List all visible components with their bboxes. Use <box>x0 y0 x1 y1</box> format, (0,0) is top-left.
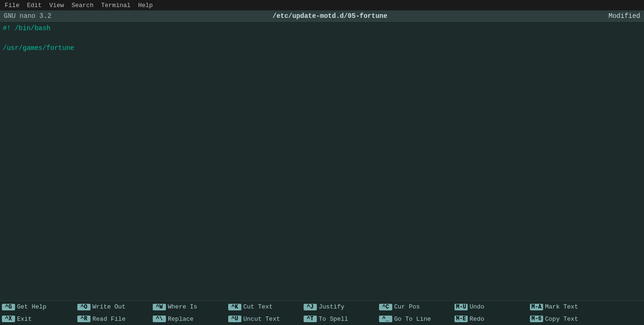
modified-status: Modified <box>609 12 640 20</box>
shortcut-key-get-help: ^G <box>2 304 15 310</box>
shortcut-key-justify: ^J <box>304 304 317 310</box>
shortcut-label-redo: Redo <box>470 316 484 323</box>
editor-line-1: #! /bin/bash <box>3 24 641 33</box>
shortcut-label-where-is: Where Is <box>168 303 197 310</box>
shortcut-key-exit: ^X <box>2 316 15 322</box>
editor-line-2 <box>3 33 641 43</box>
shortcut-exit[interactable]: ^X Exit <box>0 315 75 324</box>
title-bar: GNU nano 3.2 /etc/update-motd.d/05-fortu… <box>0 10 644 22</box>
shortcut-label-undo: Undo <box>470 303 484 310</box>
shortcut-redo[interactable]: M-E Redo <box>453 315 528 324</box>
shortcut-key-redo: M-E <box>454 316 468 322</box>
shortcut-label-go-to-line: Go To Line <box>394 316 431 323</box>
shortcut-uncut-text[interactable]: ^U Uncut Text <box>226 315 302 324</box>
editor-area[interactable]: #! /bin/bash /usr/games/fortune <box>0 22 644 301</box>
shortcut-key-write-out: ^O <box>77 304 91 310</box>
shortcuts-row-1: ^G Get Help ^O Write Out ^W Where Is ^K … <box>0 301 644 313</box>
menu-help[interactable]: Help <box>135 1 156 9</box>
shortcut-key-mark-text: M-A <box>530 304 543 310</box>
menu-file[interactable]: File <box>2 1 22 9</box>
shortcuts-row-2: ^X Exit ^R Read File ^\ Replace ^U Uncut… <box>0 313 644 325</box>
file-path: /etc/update-motd.d/05-fortune <box>272 12 388 20</box>
shortcut-undo[interactable]: M-U Undo <box>453 302 528 311</box>
menu-view[interactable]: View <box>46 1 66 9</box>
shortcut-key-copy-text: M-6 <box>530 316 543 322</box>
menu-terminal[interactable]: Terminal <box>98 1 133 9</box>
shortcut-key-replace: ^\ <box>153 316 166 322</box>
shortcut-mark-text[interactable]: M-A Mark Text <box>528 302 603 311</box>
shortcut-label-write-out: Write Out <box>92 303 125 310</box>
editor-line-3: /usr/games/fortune <box>3 43 641 53</box>
shortcut-key-where-is: ^W <box>153 304 166 310</box>
shortcut-label-to-spell: To Spell <box>319 316 348 323</box>
shortcut-cut-text[interactable]: ^K Cut Text <box>226 302 302 311</box>
shortcut-label-replace: Replace <box>168 316 194 323</box>
shortcut-key-undo: M-U <box>454 304 468 310</box>
shortcut-replace[interactable]: ^\ Replace <box>151 315 226 324</box>
shortcut-label-justify: Justify <box>319 303 345 310</box>
shortcut-key-read-file: ^R <box>77 316 91 322</box>
menu-edit[interactable]: Edit <box>24 1 44 9</box>
shortcut-key-cur-pos: ^C <box>379 304 392 310</box>
shortcut-key-go-to-line: ^_ <box>379 316 392 322</box>
app-version: GNU nano 3.2 <box>4 12 51 20</box>
menu-search[interactable]: Search <box>69 1 97 9</box>
shortcut-justify[interactable]: ^J Justify <box>302 302 377 311</box>
shortcut-write-out[interactable]: ^O Write Out <box>75 302 151 311</box>
shortcut-key-uncut-text: ^U <box>228 316 241 322</box>
shortcut-label-read-file: Read File <box>92 316 125 323</box>
shortcut-label-cur-pos: Cur Pos <box>394 303 420 310</box>
shortcut-copy-text[interactable]: M-6 Copy Text <box>528 315 603 324</box>
shortcut-label-uncut-text: Uncut Text <box>243 316 280 323</box>
shortcut-label-mark-text: Mark Text <box>545 303 578 310</box>
shortcut-go-to-line[interactable]: ^_ Go To Line <box>377 315 453 324</box>
shortcut-get-help[interactable]: ^G Get Help <box>0 302 75 311</box>
shortcut-label-copy-text: Copy Text <box>545 316 578 323</box>
menu-bar: File Edit View Search Terminal Help <box>0 0 644 10</box>
shortcut-where-is[interactable]: ^W Where Is <box>151 302 226 311</box>
shortcuts-bar: ^G Get Help ^O Write Out ^W Where Is ^K … <box>0 301 644 325</box>
shortcut-label-get-help: Get Help <box>17 303 46 310</box>
shortcut-cur-pos[interactable]: ^C Cur Pos <box>377 302 453 311</box>
shortcut-read-file[interactable]: ^R Read File <box>75 315 151 324</box>
shortcut-to-spell[interactable]: ^T To Spell <box>302 315 377 324</box>
shortcut-key-to-spell: ^T <box>304 316 317 322</box>
shortcut-label-exit: Exit <box>17 316 32 323</box>
shortcut-label-cut-text: Cut Text <box>243 303 272 310</box>
shortcut-key-cut-text: ^K <box>228 304 241 310</box>
